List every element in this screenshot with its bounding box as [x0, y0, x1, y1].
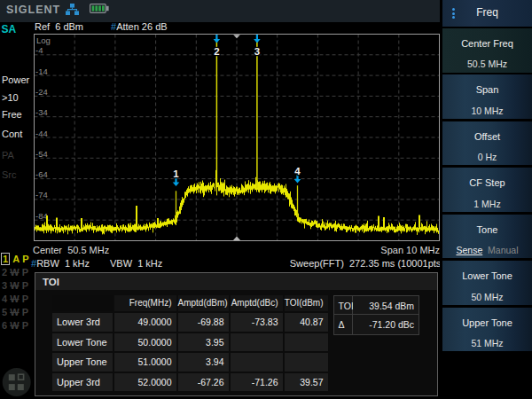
svg-text:Log: Log [36, 35, 51, 45]
svg-text:-14: -14 [35, 66, 48, 76]
svg-text:-4: -4 [35, 45, 43, 55]
svg-text:2: 2 [214, 46, 219, 57]
svg-text:-54: -54 [35, 149, 48, 159]
svg-text:1: 1 [173, 168, 179, 179]
svg-text:-44: -44 [35, 129, 48, 138]
svg-text:-64: -64 [35, 169, 48, 179]
svg-text:-74: -74 [35, 190, 48, 200]
svg-text:4: 4 [294, 166, 301, 176]
svg-text:-34: -34 [35, 107, 48, 117]
svg-text:-84: -84 [35, 211, 48, 221]
svg-text:3: 3 [254, 46, 260, 57]
svg-text:-24: -24 [35, 87, 48, 97]
